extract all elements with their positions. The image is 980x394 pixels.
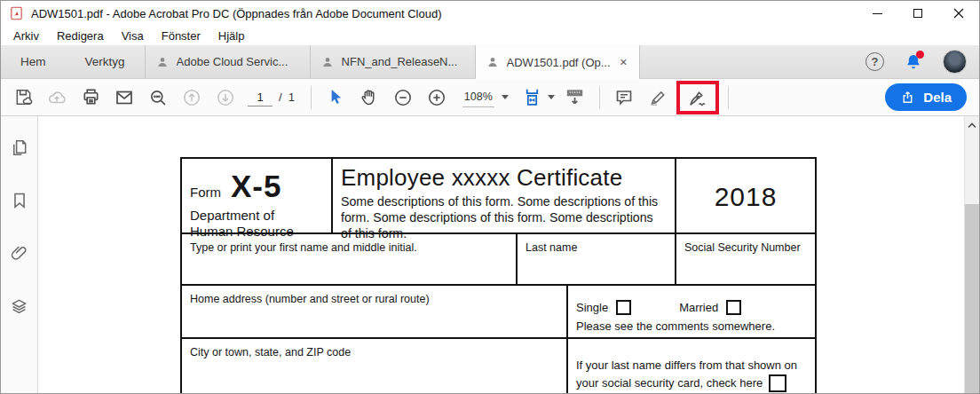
fit-width-icon [521,86,543,108]
zoom-level-value: 108% [462,88,494,107]
scroll-up-button[interactable] [965,122,979,129]
form-number: X-5 [231,169,281,204]
zoom-in-button[interactable] [420,83,454,113]
previous-page-button[interactable] [175,83,209,113]
comment-button[interactable] [607,83,641,113]
city-label: City or town, state, and ZIP code [190,346,351,359]
next-page-button[interactable] [209,83,242,113]
zoom-out-button[interactable] [386,83,420,113]
annotation-highlight-box [676,81,719,114]
document-tab-label: NFN_and_ReleaseN... [342,55,458,68]
window-title: ADW1501.pdf - Adobe Acrobat Pro DC (Öppn… [31,7,441,20]
name-differs-checkbox[interactable] [769,374,786,392]
page-navigation: / 1 [248,89,295,106]
page-up-icon [181,87,202,108]
help-icon: ? [872,55,879,68]
document-cloud-icon [155,55,170,69]
document-tab-1[interactable]: Adobe Cloud Servic... [145,45,310,78]
married-checkbox[interactable] [726,300,741,315]
left-panel-rail [1,116,38,393]
select-tool-icon [325,87,345,107]
menu-fonster[interactable]: Fönster [153,29,209,43]
document-cloud-icon [486,55,500,69]
notification-dot [916,51,924,59]
page-number-input[interactable] [248,89,273,106]
form-header-row: Form X-5 Department of Human Resource Em… [182,159,815,234]
menu-arkiv[interactable]: Arkiv [4,29,48,43]
highlight-icon [647,87,668,108]
document-view: Form X-5 Department of Human Resource Em… [38,116,964,393]
form-year: 2018 [684,182,807,212]
single-checkbox[interactable] [616,300,631,315]
pdf-form-table: Form X-5 Department of Human Resource Em… [180,157,817,393]
toolbar-separator [311,86,312,109]
maximize-button[interactable] [897,1,938,26]
sign-button[interactable] [682,83,714,113]
scroll-mode-button[interactable] [558,83,592,113]
acrobat-window: ADW1501.pdf - Adobe Acrobat Pro DC (Öppn… [0,0,980,394]
chevron-up-icon [968,122,976,129]
tab-home[interactable]: Hem [1,45,66,78]
minimize-button[interactable] [857,1,897,26]
layers-icon[interactable] [9,296,29,317]
fit-width-dropdown[interactable] [518,86,558,108]
menu-redigera[interactable]: Redigera [48,29,113,43]
avatar[interactable] [943,50,967,74]
single-label: Single [576,301,608,314]
page-thumbnails-icon[interactable] [9,138,29,158]
scrollbar-thumb[interactable] [965,204,979,393]
tab-tools[interactable]: Verktyg [66,45,145,78]
save-icon [13,87,34,107]
form-id-cell: Form X-5 Department of Human Resource [182,159,333,232]
home-address-label: Home address (number and street or rural… [190,293,430,305]
toolbar-separator [728,86,729,109]
form-word: Form [190,185,221,200]
highlight-button[interactable] [641,83,675,113]
document-tab-active[interactable]: ADW1501.pdf (Op... × [475,45,640,79]
ssn-label: Social Security Number [684,241,801,254]
document-tab-2[interactable]: NFN_and_ReleaseN... [310,45,475,78]
attachments-icon[interactable] [9,243,29,264]
page-total: 1 [288,91,295,104]
zoom-level-dropdown[interactable]: 108% [462,88,509,107]
document-cloud-icon [320,55,335,69]
print-button[interactable] [74,83,107,113]
marital-status-cell: Single Married Please see the comments s… [568,286,815,337]
document-tab-label: ADW1501.pdf (Op... [507,56,611,69]
form-title: Employee xxxxx Certificate [341,164,667,192]
name-differs-cell: If your last name differs from that show… [568,339,815,393]
married-label: Married [679,301,718,314]
hand-tool-button[interactable] [352,83,386,113]
email-icon [114,87,135,108]
toolbar: / 1 108% [1,79,979,116]
hand-tool-icon [359,87,380,108]
toolbar-separator [599,86,600,109]
help-button[interactable]: ? [865,52,884,71]
select-tool-button[interactable] [319,83,352,113]
comment-icon [613,87,635,108]
scroll-mode-icon [564,86,586,108]
tab-close-icon[interactable]: × [618,55,628,69]
email-button[interactable] [107,83,141,113]
document-tab-label: Adobe Cloud Servic... [177,55,288,68]
first-name-field[interactable]: Type or print your first name and middle… [182,234,518,284]
form-year-cell: 2018 [676,159,815,232]
menu-visa[interactable]: Visa [113,29,153,43]
save-button[interactable] [6,83,40,113]
search-button[interactable] [141,83,175,113]
cloud-upload-button[interactable] [40,83,74,113]
tabbar-right-icons: ? [865,45,979,78]
close-button[interactable] [938,1,979,26]
menu-hjalp[interactable]: Hjälp [209,29,254,43]
share-button[interactable]: Dela [885,83,967,111]
notifications-button[interactable] [904,52,923,72]
city-field[interactable]: City or town, state, and ZIP code [182,339,568,393]
last-name-field[interactable]: Last name [518,234,676,284]
bookmarks-icon[interactable] [10,191,29,210]
title-bar: ADW1501.pdf - Adobe Acrobat Pro DC (Öppn… [1,1,979,26]
chevron-down-icon [548,95,555,99]
print-icon [81,87,101,107]
home-address-field[interactable]: Home address (number and street or rural… [182,286,568,337]
ssn-field[interactable]: Social Security Number [676,234,815,284]
comments-note: Please see the comments somewhere. [576,319,775,333]
